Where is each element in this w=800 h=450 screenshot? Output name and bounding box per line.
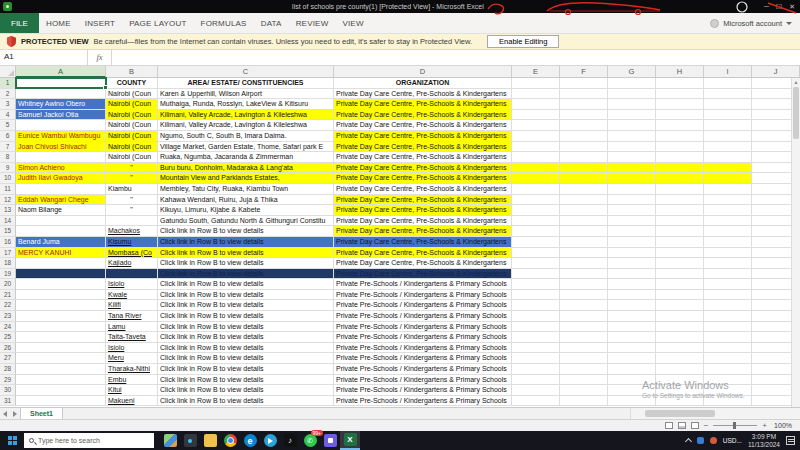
cell-H20[interactable]	[656, 279, 704, 290]
ribbon-tab-home[interactable]: HOME	[39, 13, 78, 33]
cell-D5[interactable]: Private Day Care Centre, Pre-Schools & K…	[334, 120, 512, 131]
cell-D31[interactable]: Private Pre-Schools / Kindergartens & Pr…	[334, 396, 512, 407]
cell-G4[interactable]	[608, 110, 656, 121]
cell-A21[interactable]	[16, 290, 106, 301]
cell-E25[interactable]	[512, 332, 560, 343]
cell-E16[interactable]	[512, 237, 560, 248]
maximize-button[interactable]: ☐	[776, 0, 782, 13]
cell-I29[interactable]	[704, 375, 752, 386]
cell-E30[interactable]	[512, 385, 560, 396]
cell-I28[interactable]	[704, 364, 752, 375]
cell-H16[interactable]	[656, 237, 704, 248]
cell-D12[interactable]: Private Day Care Centre, Pre-Schools & K…	[334, 195, 512, 206]
cell-E28[interactable]	[512, 364, 560, 375]
scroll-up-icon[interactable]: ▲	[792, 78, 800, 86]
cell-G19[interactable]	[608, 269, 656, 280]
cell-H1[interactable]	[656, 78, 704, 89]
cell-G11[interactable]	[608, 184, 656, 195]
cell-H25[interactable]	[656, 332, 704, 343]
cell-B8[interactable]: Nairobi (Coun	[106, 152, 158, 163]
cell-H5[interactable]	[656, 120, 704, 131]
column-header-E[interactable]: E	[512, 66, 560, 78]
cell-B14[interactable]	[106, 216, 158, 227]
cell-C20[interactable]: Click link in Row B to view details	[158, 279, 334, 290]
taskbar-search[interactable]: Type here to search	[24, 433, 154, 448]
cell-E29[interactable]	[512, 375, 560, 386]
cell-H9[interactable]	[656, 163, 704, 174]
cell-C26[interactable]: Click link in Row B to view details	[158, 343, 334, 354]
cell-E5[interactable]	[512, 120, 560, 131]
cell-C24[interactable]: Click link in Row B to view details	[158, 322, 334, 333]
cell-I8[interactable]	[704, 152, 752, 163]
cell-E19[interactable]	[512, 269, 560, 280]
tray-app-icon-blue[interactable]	[697, 437, 704, 444]
zoom-out-button[interactable]: −	[704, 422, 709, 430]
cell-H8[interactable]	[656, 152, 704, 163]
cell-F20[interactable]	[560, 279, 608, 290]
tray-currency-widget[interactable]: USD...	[723, 437, 742, 444]
cell-I17[interactable]	[704, 248, 752, 259]
cell-A11[interactable]	[16, 184, 106, 195]
cell-D25[interactable]: Private Pre-Schools / Kindergartens & Pr…	[334, 332, 512, 343]
cell-E18[interactable]	[512, 258, 560, 269]
column-header-H[interactable]: H	[656, 66, 704, 78]
cell-F27[interactable]	[560, 353, 608, 364]
cell-B23[interactable]: Tana River	[106, 311, 158, 322]
cell-E15[interactable]	[512, 226, 560, 237]
column-header-I[interactable]: I	[704, 66, 752, 78]
zoom-slider[interactable]	[713, 425, 757, 426]
cell-C14[interactable]: Gatundu South, Gatundu North & Githungur…	[158, 216, 334, 227]
row-header-30[interactable]: 30	[0, 385, 16, 396]
row-header-21[interactable]: 21	[0, 290, 16, 301]
row-header-1[interactable]: 1	[0, 78, 16, 89]
cell-C5[interactable]: Kilimani, Valley Arcade, Lavington & Kil…	[158, 120, 334, 131]
cell-F28[interactable]	[560, 364, 608, 375]
cell-C1[interactable]: AREA/ ESTATE/ CONSTITUENCIES	[158, 78, 334, 89]
cell-B15[interactable]: Machakos	[106, 226, 158, 237]
cell-D26[interactable]: Private Pre-Schools / Kindergartens & Pr…	[334, 343, 512, 354]
cell-C22[interactable]: Click link in Row B to view details	[158, 300, 334, 311]
formula-input[interactable]	[112, 50, 800, 65]
cell-C29[interactable]: Click link in Row B to view details	[158, 375, 334, 386]
row-header-18[interactable]: 18	[0, 258, 16, 269]
sheet-nav-left[interactable]	[0, 408, 10, 419]
row-header-24[interactable]: 24	[0, 322, 16, 333]
cell-H19[interactable]	[656, 269, 704, 280]
row-header-3[interactable]: 3	[0, 99, 16, 110]
cell-A4[interactable]: Samuel Jackoi Otia	[16, 110, 106, 121]
cell-I10[interactable]	[704, 173, 752, 184]
cell-B21[interactable]: Kwale	[106, 290, 158, 301]
cell-B26[interactable]: Isiolo	[106, 343, 158, 354]
cell-I3[interactable]	[704, 99, 752, 110]
cell-D1[interactable]: ORGANIZATION	[334, 78, 512, 89]
cell-B29[interactable]: Embu	[106, 375, 158, 386]
tray-chevron-icon[interactable]	[685, 438, 692, 445]
cell-D14[interactable]: Private Day Care Centre, Pre-Schools & K…	[334, 216, 512, 227]
cell-F8[interactable]	[560, 152, 608, 163]
row-header-25[interactable]: 25	[0, 332, 16, 343]
row-header-5[interactable]: 5	[0, 120, 16, 131]
cell-C18[interactable]: Click link in Row B to view details	[158, 258, 334, 269]
cell-H27[interactable]	[656, 353, 704, 364]
cell-E26[interactable]	[512, 343, 560, 354]
cell-A16[interactable]: Benard Juma	[16, 237, 106, 248]
page-layout-view-icon[interactable]	[678, 422, 686, 429]
row-header-26[interactable]: 26	[0, 343, 16, 354]
cell-A26[interactable]	[16, 343, 106, 354]
cell-A15[interactable]	[16, 226, 106, 237]
cell-C31[interactable]: Click link in Row B to view details	[158, 396, 334, 407]
page-break-view-icon[interactable]	[691, 422, 699, 429]
cell-D9[interactable]: Private Day Care Centre, Pre-Schools & K…	[334, 163, 512, 174]
cell-F25[interactable]	[560, 332, 608, 343]
sheet-tab-sheet1[interactable]: Sheet1	[20, 408, 63, 419]
cell-B27[interactable]: Meru	[106, 353, 158, 364]
cell-A8[interactable]	[16, 152, 106, 163]
cell-H7[interactable]	[656, 142, 704, 153]
cell-D15[interactable]: Private Day Care Centre, Pre-Schools & K…	[334, 226, 512, 237]
cell-I30[interactable]	[704, 385, 752, 396]
cell-E31[interactable]	[512, 396, 560, 407]
ribbon-tab-formulas[interactable]: FORMULAS	[194, 13, 254, 33]
cell-H22[interactable]	[656, 300, 704, 311]
enable-editing-button[interactable]: Enable Editing	[487, 35, 559, 48]
cell-B12[interactable]: "	[106, 195, 158, 206]
